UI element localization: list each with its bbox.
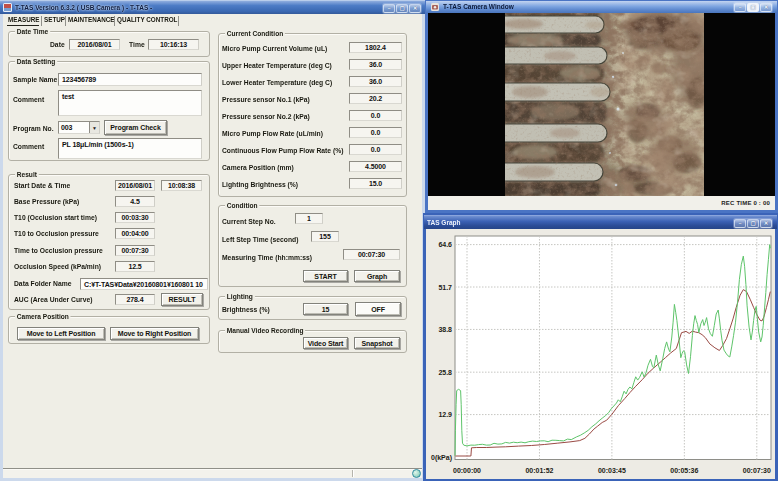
data-folder-label: Data Folder Name — [14, 280, 71, 288]
graph-titlebar[interactable]: TAS Graph – ▢ ✕ — [424, 215, 777, 229]
cc-label-8: Lighting Brightness (%) — [222, 181, 298, 189]
graph-close-icon[interactable]: ✕ — [760, 219, 772, 228]
svg-text:25.8: 25.8 — [438, 369, 452, 376]
start-date-time-label: Start Date & Time — [14, 182, 70, 190]
tab-quality-control[interactable]: QUALITY CONTROL — [117, 15, 177, 25]
resize-grip-icon[interactable] — [412, 469, 421, 478]
group-title-current-condition: Current Condition — [225, 29, 285, 38]
video-start-button[interactable]: Video Start — [303, 337, 348, 349]
current-step-label: Current Step No. — [222, 218, 276, 226]
close-icon[interactable]: ✕ — [409, 4, 421, 13]
main-client-area: MEASURE SETUP MAINTENANCE QUALITY CONTRO… — [3, 14, 422, 468]
start-date-field: 2016/08/01 — [115, 180, 155, 191]
graph-maximize-icon[interactable]: ▢ — [747, 219, 759, 228]
camera-video-frame — [505, 13, 704, 196]
left-step-time-field: 155 — [311, 231, 339, 242]
cc-label-0: Micro Pump Current Volume (uL) — [222, 45, 327, 53]
program-comment-field: PL 18μL/min (1500s-1) — [58, 138, 202, 159]
cc-value-8: 15.0 — [349, 178, 402, 189]
cc-label-2: Lower Heater Temperature (deg C) — [222, 79, 332, 87]
tab-separator — [41, 16, 42, 26]
group-result: Result Start Date & Time 2016/08/01 10:0… — [8, 174, 210, 310]
occlusion-speed-label: Occlusion Speed (kPa/min) — [14, 263, 101, 271]
group-title-result: Result — [15, 170, 39, 179]
camera-maximize-icon[interactable]: ▢ — [747, 3, 759, 12]
combo-arrow-icon[interactable]: ▼ — [89, 122, 99, 133]
tab-separator — [114, 16, 115, 26]
svg-text:12.9: 12.9 — [438, 411, 452, 418]
time-label: Time — [129, 41, 145, 49]
camera-close-icon[interactable]: ✕ — [760, 3, 772, 12]
brightness-field[interactable]: 15 — [303, 303, 348, 315]
time-occlusion-label: Time to Occlusion pressure — [14, 247, 103, 255]
occlusion-speed-field: 12.5 — [115, 261, 155, 272]
left-step-time-label: Left Step Time (second) — [222, 236, 298, 244]
svg-text:64.6: 64.6 — [438, 241, 452, 248]
svg-text:00:05:36: 00:05:36 — [670, 467, 698, 474]
date-label: Date — [50, 41, 65, 49]
group-lighting: Lighting Brightness (%) 15 OFF — [218, 296, 407, 320]
auc-label: AUC (Area Under Curve) — [14, 296, 92, 304]
group-title-condition: Condition — [225, 201, 259, 210]
camera-titlebar[interactable]: T-TAS Camera Window – ▢ ✕ — [426, 1, 777, 13]
program-no-select[interactable]: 003 ▼ — [58, 121, 100, 134]
minimize-icon[interactable]: – — [383, 4, 395, 13]
program-no-value: 003 — [61, 124, 72, 131]
start-button[interactable]: START — [303, 270, 348, 282]
time-field[interactable]: 10:16:13 — [148, 39, 199, 50]
program-check-button[interactable]: Program Check — [104, 120, 167, 135]
program-comment-label: Comment — [13, 143, 44, 151]
tab-maintenance[interactable]: MAINTENANCE — [68, 15, 115, 25]
date-field[interactable]: 2016/08/01 — [69, 39, 120, 50]
brightness-label: Brightness (%) — [222, 306, 270, 314]
result-button[interactable]: RESULT — [161, 293, 203, 306]
group-title-lighting: Lighting — [225, 292, 255, 301]
graph-button[interactable]: Graph — [354, 270, 400, 282]
group-title-camera-position: Camera Position — [15, 312, 71, 321]
camera-video-area — [428, 13, 775, 196]
main-window: T-TAS Version 6.3.2 ( USB Camera ) - T-T… — [0, 0, 425, 481]
comment-input[interactable]: test — [58, 90, 202, 116]
group-condition: Condition Current Step No. 1 Left Step T… — [218, 205, 407, 287]
main-titlebar[interactable]: T-TAS Version 6.3.2 ( USB Camera ) - T-T… — [0, 0, 425, 14]
main-window-controls: – ▢ ✕ — [382, 3, 422, 14]
active-tab-underline — [7, 25, 39, 26]
group-current-condition: Current Condition Micro Pump Current Vol… — [218, 33, 407, 197]
move-left-button[interactable]: Move to Left Position — [17, 327, 105, 340]
camera-status-bar: REC TIME 0 : 00 — [428, 196, 775, 210]
group-manual-video: Manual Video Recording Video Start Snaps… — [218, 330, 407, 353]
tab-separator — [178, 16, 179, 26]
svg-text:51.7: 51.7 — [438, 284, 452, 291]
snapshot-button[interactable]: Snapshot — [354, 337, 400, 349]
tab-separator — [65, 16, 66, 26]
lighting-off-button[interactable]: OFF — [355, 302, 401, 316]
app-icon — [3, 3, 12, 12]
camera-window-title: T-TAS Camera Window — [443, 3, 514, 10]
graph-minimize-icon[interactable]: – — [734, 219, 746, 228]
time-occlusion-field: 00:07:30 — [115, 245, 155, 256]
cc-value-6: 0.0 — [349, 144, 402, 155]
camera-app-icon — [431, 3, 439, 11]
cc-value-7: 4.5000 — [349, 161, 402, 172]
measuring-time-label: Measuring Time (hh:mm:ss) — [222, 254, 312, 262]
data-folder-field: C:¥T-TAS¥Data¥20160801¥160801 10 — [80, 278, 208, 290]
move-right-button[interactable]: Move to Right Position — [110, 327, 199, 340]
svg-text:00:03:45: 00:03:45 — [598, 467, 626, 474]
camera-minimize-icon[interactable]: – — [734, 3, 746, 12]
group-date-time: Date Time Date 2016/08/01 Time 10:16:13 — [8, 31, 210, 57]
tab-measure[interactable]: MEASURE — [8, 15, 40, 25]
cc-value-2: 36.0 — [349, 76, 402, 87]
tab-setup[interactable]: SETUP — [44, 15, 65, 25]
auc-field: 278.4 — [115, 294, 155, 305]
t10-field: 00:03:30 — [115, 212, 155, 223]
cc-label-3: Pressure sensor No.1 (kPa) — [222, 96, 310, 104]
t10-occlusion-label: T10 to Occlusion pressure — [14, 230, 99, 238]
cc-value-1: 36.0 — [349, 59, 402, 70]
group-camera-position: Camera Position Move to Left Position Mo… — [8, 316, 210, 344]
sample-name-input[interactable]: 123456789 — [58, 73, 202, 86]
maximize-icon[interactable]: ▢ — [396, 4, 408, 13]
camera-window-controls: – ▢ ✕ — [733, 2, 773, 13]
cc-label-1: Upper Heater Temperature (deg C) — [222, 62, 332, 70]
cc-value-5: 0.0 — [349, 127, 402, 138]
svg-text:00:07:30: 00:07:30 — [743, 467, 771, 474]
